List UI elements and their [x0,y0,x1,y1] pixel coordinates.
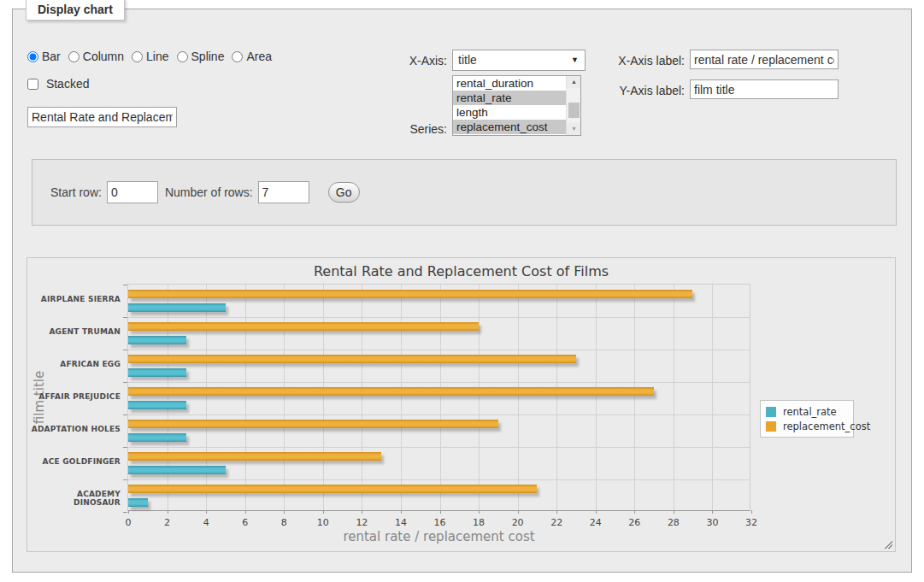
number-of-rows-input[interactable] [258,181,309,203]
chart-type-radio-bar[interactable] [27,51,38,62]
stacked-label: Stacked [46,77,90,91]
bar-rental-rate [128,433,186,442]
chevron-down-icon: ▼ [571,50,579,70]
x-tick-label: 2 [164,517,170,528]
chart-type-column[interactable]: Column [68,50,124,63]
grid-line-vertical [401,285,402,510]
bar-replacement-cost [128,485,537,493]
scroll-up-icon[interactable]: ▲ [567,76,581,88]
x-tick-label: 18 [473,517,485,528]
resize-handle[interactable] [883,539,892,549]
x-tick-mark [206,510,207,514]
chart-type-area[interactable]: Area [232,50,272,63]
pagination-panel: Start row: Number of rows: Go [32,159,897,226]
grid-line-vertical [674,285,674,510]
y-tick-mark [123,317,127,318]
y-tick-mark [123,479,127,480]
bar-replacement-cost [128,420,498,428]
x-tick-mark [362,510,362,514]
x-tick-mark [596,510,597,514]
chart-type-line[interactable]: Line [132,50,168,63]
grid-line-vertical [323,285,324,510]
x-tick-label: 12 [356,517,368,528]
y-axis-label-input[interactable] [690,79,839,99]
fieldset-legend: Display chart [26,0,125,21]
category-label: ADAPTATION HOLES [27,425,121,433]
bar-replacement-cost [128,322,479,331]
x-tick-label: 20 [512,517,524,528]
x-tick-label: 26 [628,517,640,528]
chart-title-input[interactable] [27,107,177,127]
series-option-length[interactable]: length [453,105,566,120]
y-tick-mark [123,350,127,350]
grid-line-vertical [479,285,480,510]
legend-label-rental-rate: rental_rate [783,406,837,418]
stacked-checkbox[interactable] [27,79,38,90]
x-tick-mark [712,510,713,514]
series-option-rental_rate[interactable]: rental_rate [453,91,566,105]
series-options: rental_durationrental_ratelengthreplacem… [453,76,580,134]
y-axis-label-field-label: Y-Axis label: [603,84,685,97]
x-axis-select[interactable]: title ▼ [452,50,586,71]
series-scrollbar[interactable]: ▲ ▼ [566,76,580,135]
x-tick-mark [518,510,519,514]
rental-rate-swatch [766,407,776,417]
x-axis-label-field-label: X-Axis label: [603,54,685,68]
chart-x-axis-title: rental rate / replacement cost [127,529,750,544]
grid-line-horizontal [128,350,750,350]
x-tick-mark [284,510,285,514]
chart-type-bar[interactable]: Bar [27,50,61,63]
scrollbar-thumb[interactable] [568,103,580,118]
x-tick-mark [323,510,324,514]
bar-rental-rate [128,368,186,377]
grid-line-vertical [168,285,168,510]
y-tick-mark [123,414,127,415]
grid-line-horizontal [128,414,750,415]
chart-type-spline[interactable]: Spline [177,50,225,63]
chart-panel: Rental Rate and Replacement Cost of Film… [26,257,896,552]
start-row-input[interactable] [107,181,158,203]
bar-rental-rate [128,303,226,312]
series-option-replacement_cost[interactable]: replacement_cost [453,120,566,134]
chart-type-radio-spline[interactable] [177,51,188,62]
x-tick-mark [401,510,402,514]
stacked-checkbox-row[interactable]: Stacked [27,77,89,91]
x-tick-label: 8 [281,517,287,528]
series-label: Series: [389,122,447,136]
y-tick-mark [123,447,127,448]
x-axis-label-input[interactable] [690,50,839,69]
category-label: AFRICAN EGG [27,360,121,368]
replacement-cost-swatch [766,421,776,432]
chart-type-radio-column[interactable] [68,51,79,62]
grid-line-horizontal [128,479,750,480]
chart-type-radio-line[interactable] [132,51,143,62]
y-tick-mark [123,285,127,285]
grid-line-vertical [245,285,246,510]
chart-type-radio-area[interactable] [232,51,243,62]
x-tick-mark [674,510,674,514]
go-button[interactable]: Go [328,182,360,203]
grid-line-horizontal [128,317,750,318]
category-label: ACADEMY DINOSAUR [27,490,121,507]
grid-line-vertical [518,285,519,510]
x-tick-mark [128,510,129,514]
chart-type-label: Bar [42,50,61,63]
series-listbox[interactable]: rental_durationrental_ratelengthreplacem… [452,75,581,136]
legend-row-rental-rate: rental_rate [766,404,848,419]
x-tick-mark [634,510,635,514]
series-option-rental_duration[interactable]: rental_duration [453,76,566,91]
grid-line-horizontal [128,447,750,448]
chart-title: Rental Rate and Replacement Cost of Film… [27,263,895,279]
category-label: AIRPLANE SIERRA [27,295,121,303]
x-tick-mark [440,510,441,514]
y-tick-mark [123,512,127,513]
grid-line-vertical [596,285,597,510]
x-axis-label: X-Axis: [389,54,447,68]
x-tick-label: 0 [126,517,132,528]
y-tick-mark [123,382,127,383]
bar-rental-rate [128,401,186,409]
scroll-down-icon[interactable]: ▼ [567,123,581,135]
x-tick-mark [556,510,557,514]
x-tick-label: 30 [706,517,718,528]
bar-replacement-cost [128,387,654,396]
